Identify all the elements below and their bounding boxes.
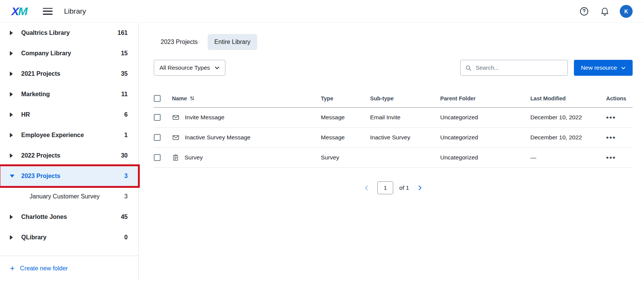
previous-page-icon[interactable] [362,183,371,192]
page-number-input[interactable]: 1 [377,181,393,194]
sidebar-item-label: Qualtrics Library [21,30,70,36]
user-avatar[interactable]: K [620,5,633,18]
collapse-arrow-icon[interactable] [10,175,14,178]
top-bar: XM Library K [0,0,644,23]
sidebar-divider: + Create new folder [0,256,138,281]
sidebar-item-qualtrics-library[interactable]: Qualtrics Library 161 [0,23,138,43]
expand-arrow-icon[interactable] [10,235,14,240]
row-actions-menu-icon[interactable]: ••• [606,133,616,142]
tab-entire-library[interactable]: Entire Library [208,34,257,50]
tab-2023-projects[interactable]: 2023 Projects [154,34,205,50]
expand-arrow-icon[interactable] [10,112,14,117]
resource-name[interactable]: Invite Message [185,114,224,121]
sidebar-item-january-customer-survey[interactable]: January Customer Survey 3 [0,186,138,207]
resource-last-modified: — [530,154,606,161]
column-header-subtype[interactable]: Sub-type [370,95,440,101]
column-header-name[interactable]: Name [172,95,321,101]
column-header-parent-folder[interactable]: Parent Folder [440,95,530,101]
resource-type-filter-label: All Resource Types [159,64,210,71]
create-new-folder-button[interactable]: + Create new folder [0,256,138,281]
notifications-bell-icon[interactable] [599,6,610,17]
sidebar-item-count: 35 [121,70,128,77]
survey-icon [172,154,179,161]
column-header-last-modified[interactable]: Last Modified [530,95,606,101]
sidebar-item-charlotte-jones[interactable]: Charlotte Jones 45 [0,207,138,227]
sidebar-item-count: 3 [124,173,128,180]
search-input[interactable] [475,64,563,71]
sidebar-item-label: January Customer Survey [30,193,100,200]
sidebar-item-hr[interactable]: HR 6 [0,105,138,125]
sidebar-item-count: 30 [121,152,128,159]
page-count-label: of 1 [399,184,409,191]
table-header-row: Name Type Sub-type Parent Folder Last Mo… [154,89,633,108]
expand-arrow-icon[interactable] [10,92,14,97]
table-row[interactable]: Inactive Survey Message Message Inactive… [154,128,633,148]
resource-type: Message [321,134,370,141]
sidebar-item-2022-projects[interactable]: 2022 Projects 30 [0,145,138,166]
search-box[interactable] [460,60,568,76]
sidebar-item-count: 1 [124,132,128,139]
resource-last-modified: December 10, 2022 [530,134,606,141]
resource-parent-folder: Uncategorized [440,114,530,121]
new-resource-label: New resource [581,64,617,71]
column-header-actions: Actions [606,95,633,101]
sidebar-item-marketing[interactable]: Marketing 11 [0,84,138,105]
sidebar-item-label: 2023 Projects [21,173,60,180]
expand-arrow-icon[interactable] [10,153,14,158]
plus-icon: + [10,265,15,272]
expand-arrow-icon[interactable] [10,133,14,137]
row-checkbox[interactable] [154,154,161,161]
sidebar-item-2021-projects[interactable]: 2021 Projects 35 [0,64,138,84]
sidebar-item-label: Charlotte Jones [21,214,67,220]
new-resource-button[interactable]: New resource [574,60,633,76]
expand-arrow-icon[interactable] [10,31,14,35]
expand-arrow-icon[interactable] [10,72,14,76]
sidebar-item-label: HR [21,111,30,118]
sidebar-item-company-library[interactable]: Company Library 15 [0,43,138,64]
sidebar-item-label: Company Library [21,50,71,57]
column-header-type[interactable]: Type [321,95,370,101]
row-actions-menu-icon[interactable]: ••• [606,113,616,122]
search-icon [465,64,472,72]
sidebar-item-label: Marketing [21,91,50,98]
table-row[interactable]: Invite Message Message Email Invite Unca… [154,108,633,128]
sidebar-item-count: 161 [117,30,128,36]
select-all-checkbox[interactable] [154,95,161,102]
pagination: 1 of 1 [154,181,633,194]
resource-subtype: Inactive Survey [370,134,440,141]
xm-logo: XM [11,5,27,18]
resource-subtype: Email Invite [370,114,440,121]
page-title: Library [64,7,86,16]
help-icon[interactable] [579,6,589,17]
sidebar-item-count: 45 [121,214,128,220]
resource-name[interactable]: Inactive Survey Message [185,134,250,141]
sidebar-item-label: 2022 Projects [21,152,60,159]
sort-icon[interactable] [189,95,195,101]
hamburger-menu-icon[interactable] [43,8,53,15]
resource-name[interactable]: Survey [184,154,203,161]
next-page-icon[interactable] [415,183,424,192]
resources-table: Name Type Sub-type Parent Folder Last Mo… [154,89,633,168]
sidebar-item-label: 2021 Projects [21,70,60,77]
resource-parent-folder: Uncategorized [440,154,530,161]
row-checkbox[interactable] [154,134,161,141]
resource-parent-folder: Uncategorized [440,134,530,141]
sidebar-item-count: 11 [121,91,128,98]
library-tabs: 2023 Projects Entire Library [154,34,633,50]
row-checkbox[interactable] [154,114,161,121]
sidebar-item-qlibrary[interactable]: QLibrary 0 [0,227,138,248]
sidebar-item-count: 6 [124,111,128,118]
sidebar-item-2023-projects[interactable]: 2023 Projects 3 [0,166,138,186]
resource-type-filter-dropdown[interactable]: All Resource Types [154,60,225,76]
sidebar-item-employee-experience[interactable]: Employee Experience 1 [0,125,138,145]
resource-type: Survey [321,154,370,161]
envelope-icon [172,114,180,121]
sidebar-item-label: Employee Experience [21,132,84,139]
folder-sidebar: Qualtrics Library 161 Company Library 15… [0,23,139,281]
resource-last-modified: December 10, 2022 [530,114,606,121]
row-actions-menu-icon[interactable]: ••• [606,153,616,162]
table-row[interactable]: Survey Survey Uncategorized — ••• [154,148,633,168]
expand-arrow-icon[interactable] [10,51,14,56]
expand-arrow-icon[interactable] [10,215,14,219]
sidebar-item-count: 3 [124,193,128,200]
